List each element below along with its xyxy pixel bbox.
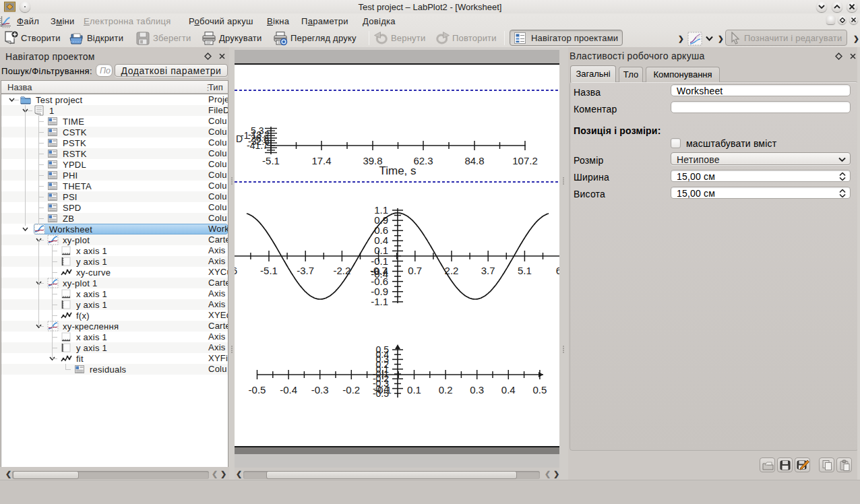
svg-text:2.2: 2.2 [445,265,459,276]
svg-text:Time, s: Time, s [379,164,416,177]
svg-text:5.1: 5.1 [518,265,532,276]
svg-text:-1: -1 [241,130,249,141]
svg-text:-5.1: -5.1 [262,155,280,166]
svg-text:-3.7: -3.7 [297,265,314,276]
svg-text:-0.5: -0.5 [249,384,266,396]
svg-text:-5.1: -5.1 [260,265,278,276]
svg-text:-0.4: -0.4 [371,268,388,280]
svg-text:6: 6 [235,265,237,276]
svg-text:-1.1: -1.1 [371,296,388,307]
svg-text:0.7: 0.7 [408,265,422,276]
svg-text:-41.7: -41.7 [247,140,268,151]
svg-text:107.2: 107.2 [512,155,538,166]
svg-text:3.7: 3.7 [481,265,495,276]
svg-text:0.4: 0.4 [501,384,516,396]
svg-text:62.3: 62.3 [413,155,433,166]
svg-text:-0.2: -0.2 [342,384,360,396]
svg-text:-0.5: -0.5 [373,388,389,399]
svg-text:-0.4: -0.4 [280,384,297,396]
svg-text:0.5: 0.5 [532,384,547,396]
svg-text:0.2: 0.2 [439,384,453,396]
svg-text:84.8: 84.8 [464,155,484,166]
svg-text:0.3: 0.3 [470,384,484,396]
svg-text:17.4: 17.4 [311,155,331,166]
svg-text:0.1: 0.1 [407,384,421,396]
svg-text:-0.3: -0.3 [311,384,329,396]
svg-text:6: 6 [556,265,559,276]
